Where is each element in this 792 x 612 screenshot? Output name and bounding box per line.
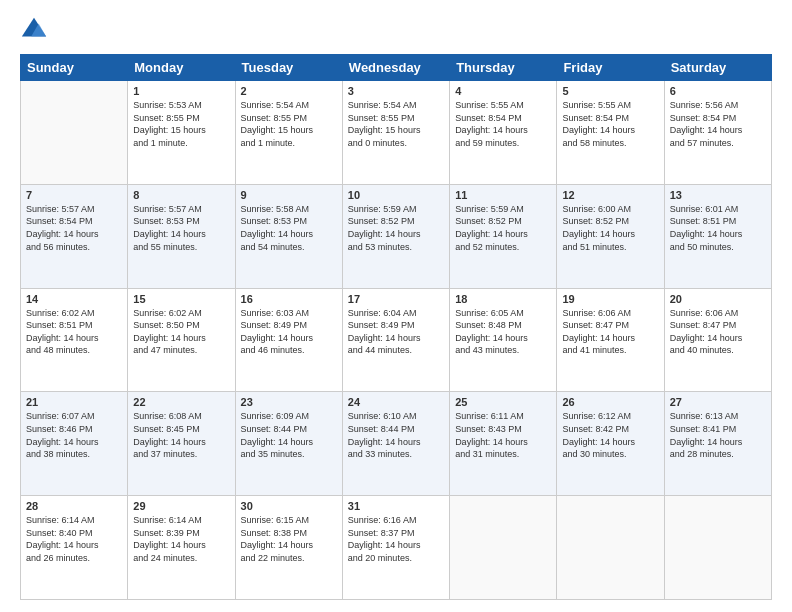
day-info: Sunrise: 6:06 AM Sunset: 8:47 PM Dayligh… (670, 307, 766, 357)
calendar-cell: 15Sunrise: 6:02 AM Sunset: 8:50 PM Dayli… (128, 288, 235, 392)
calendar-cell: 3Sunrise: 5:54 AM Sunset: 8:55 PM Daylig… (342, 81, 449, 185)
calendar-week-row: 14Sunrise: 6:02 AM Sunset: 8:51 PM Dayli… (21, 288, 772, 392)
calendar-cell: 11Sunrise: 5:59 AM Sunset: 8:52 PM Dayli… (450, 184, 557, 288)
calendar-cell: 13Sunrise: 6:01 AM Sunset: 8:51 PM Dayli… (664, 184, 771, 288)
weekday-header: Friday (557, 55, 664, 81)
calendar-cell: 2Sunrise: 5:54 AM Sunset: 8:55 PM Daylig… (235, 81, 342, 185)
calendar-cell: 7Sunrise: 5:57 AM Sunset: 8:54 PM Daylig… (21, 184, 128, 288)
day-number: 25 (455, 396, 551, 408)
logo (20, 16, 52, 44)
weekday-header: Saturday (664, 55, 771, 81)
day-number: 2 (241, 85, 337, 97)
day-info: Sunrise: 5:54 AM Sunset: 8:55 PM Dayligh… (241, 99, 337, 149)
calendar-cell: 27Sunrise: 6:13 AM Sunset: 8:41 PM Dayli… (664, 392, 771, 496)
day-number: 18 (455, 293, 551, 305)
day-info: Sunrise: 5:55 AM Sunset: 8:54 PM Dayligh… (562, 99, 658, 149)
day-info: Sunrise: 5:59 AM Sunset: 8:52 PM Dayligh… (455, 203, 551, 253)
calendar-cell: 24Sunrise: 6:10 AM Sunset: 8:44 PM Dayli… (342, 392, 449, 496)
day-info: Sunrise: 6:00 AM Sunset: 8:52 PM Dayligh… (562, 203, 658, 253)
day-number: 3 (348, 85, 444, 97)
day-info: Sunrise: 6:03 AM Sunset: 8:49 PM Dayligh… (241, 307, 337, 357)
day-info: Sunrise: 6:13 AM Sunset: 8:41 PM Dayligh… (670, 410, 766, 460)
day-number: 12 (562, 189, 658, 201)
day-number: 9 (241, 189, 337, 201)
day-info: Sunrise: 6:09 AM Sunset: 8:44 PM Dayligh… (241, 410, 337, 460)
day-info: Sunrise: 5:58 AM Sunset: 8:53 PM Dayligh… (241, 203, 337, 253)
day-info: Sunrise: 5:55 AM Sunset: 8:54 PM Dayligh… (455, 99, 551, 149)
calendar-cell: 4Sunrise: 5:55 AM Sunset: 8:54 PM Daylig… (450, 81, 557, 185)
day-number: 10 (348, 189, 444, 201)
day-info: Sunrise: 5:59 AM Sunset: 8:52 PM Dayligh… (348, 203, 444, 253)
day-info: Sunrise: 6:16 AM Sunset: 8:37 PM Dayligh… (348, 514, 444, 564)
weekday-header: Thursday (450, 55, 557, 81)
day-info: Sunrise: 6:02 AM Sunset: 8:50 PM Dayligh… (133, 307, 229, 357)
calendar-cell: 20Sunrise: 6:06 AM Sunset: 8:47 PM Dayli… (664, 288, 771, 392)
calendar-cell: 1Sunrise: 5:53 AM Sunset: 8:55 PM Daylig… (128, 81, 235, 185)
calendar-cell: 26Sunrise: 6:12 AM Sunset: 8:42 PM Dayli… (557, 392, 664, 496)
calendar-cell: 10Sunrise: 5:59 AM Sunset: 8:52 PM Dayli… (342, 184, 449, 288)
day-info: Sunrise: 6:10 AM Sunset: 8:44 PM Dayligh… (348, 410, 444, 460)
calendar-cell: 29Sunrise: 6:14 AM Sunset: 8:39 PM Dayli… (128, 496, 235, 600)
calendar-cell: 16Sunrise: 6:03 AM Sunset: 8:49 PM Dayli… (235, 288, 342, 392)
day-number: 8 (133, 189, 229, 201)
day-number: 29 (133, 500, 229, 512)
day-number: 15 (133, 293, 229, 305)
calendar-cell: 30Sunrise: 6:15 AM Sunset: 8:38 PM Dayli… (235, 496, 342, 600)
calendar-cell: 8Sunrise: 5:57 AM Sunset: 8:53 PM Daylig… (128, 184, 235, 288)
weekday-header: Wednesday (342, 55, 449, 81)
day-info: Sunrise: 6:01 AM Sunset: 8:51 PM Dayligh… (670, 203, 766, 253)
calendar-cell (664, 496, 771, 600)
day-info: Sunrise: 6:11 AM Sunset: 8:43 PM Dayligh… (455, 410, 551, 460)
calendar-cell: 14Sunrise: 6:02 AM Sunset: 8:51 PM Dayli… (21, 288, 128, 392)
day-number: 11 (455, 189, 551, 201)
calendar-table: SundayMondayTuesdayWednesdayThursdayFrid… (20, 54, 772, 600)
day-info: Sunrise: 5:56 AM Sunset: 8:54 PM Dayligh… (670, 99, 766, 149)
day-info: Sunrise: 6:06 AM Sunset: 8:47 PM Dayligh… (562, 307, 658, 357)
calendar-cell: 18Sunrise: 6:05 AM Sunset: 8:48 PM Dayli… (450, 288, 557, 392)
day-number: 23 (241, 396, 337, 408)
calendar-cell (557, 496, 664, 600)
day-number: 5 (562, 85, 658, 97)
calendar-cell: 6Sunrise: 5:56 AM Sunset: 8:54 PM Daylig… (664, 81, 771, 185)
header (20, 16, 772, 44)
day-number: 20 (670, 293, 766, 305)
day-info: Sunrise: 5:53 AM Sunset: 8:55 PM Dayligh… (133, 99, 229, 149)
calendar-cell (21, 81, 128, 185)
day-info: Sunrise: 5:54 AM Sunset: 8:55 PM Dayligh… (348, 99, 444, 149)
day-number: 19 (562, 293, 658, 305)
day-info: Sunrise: 6:15 AM Sunset: 8:38 PM Dayligh… (241, 514, 337, 564)
day-number: 24 (348, 396, 444, 408)
calendar-week-row: 28Sunrise: 6:14 AM Sunset: 8:40 PM Dayli… (21, 496, 772, 600)
calendar-cell: 19Sunrise: 6:06 AM Sunset: 8:47 PM Dayli… (557, 288, 664, 392)
calendar-week-row: 7Sunrise: 5:57 AM Sunset: 8:54 PM Daylig… (21, 184, 772, 288)
weekday-header: Tuesday (235, 55, 342, 81)
calendar-header-row: SundayMondayTuesdayWednesdayThursdayFrid… (21, 55, 772, 81)
calendar-cell: 12Sunrise: 6:00 AM Sunset: 8:52 PM Dayli… (557, 184, 664, 288)
day-number: 27 (670, 396, 766, 408)
day-info: Sunrise: 5:57 AM Sunset: 8:54 PM Dayligh… (26, 203, 122, 253)
day-info: Sunrise: 6:14 AM Sunset: 8:39 PM Dayligh… (133, 514, 229, 564)
day-number: 13 (670, 189, 766, 201)
day-info: Sunrise: 6:02 AM Sunset: 8:51 PM Dayligh… (26, 307, 122, 357)
logo-icon (20, 16, 48, 44)
calendar-cell: 5Sunrise: 5:55 AM Sunset: 8:54 PM Daylig… (557, 81, 664, 185)
calendar-cell: 22Sunrise: 6:08 AM Sunset: 8:45 PM Dayli… (128, 392, 235, 496)
calendar-week-row: 1Sunrise: 5:53 AM Sunset: 8:55 PM Daylig… (21, 81, 772, 185)
day-info: Sunrise: 6:07 AM Sunset: 8:46 PM Dayligh… (26, 410, 122, 460)
day-number: 4 (455, 85, 551, 97)
day-number: 31 (348, 500, 444, 512)
weekday-header: Sunday (21, 55, 128, 81)
day-number: 21 (26, 396, 122, 408)
day-info: Sunrise: 6:04 AM Sunset: 8:49 PM Dayligh… (348, 307, 444, 357)
day-info: Sunrise: 6:14 AM Sunset: 8:40 PM Dayligh… (26, 514, 122, 564)
page: SundayMondayTuesdayWednesdayThursdayFrid… (0, 0, 792, 612)
day-number: 7 (26, 189, 122, 201)
calendar-cell: 21Sunrise: 6:07 AM Sunset: 8:46 PM Dayli… (21, 392, 128, 496)
weekday-header: Monday (128, 55, 235, 81)
day-info: Sunrise: 6:12 AM Sunset: 8:42 PM Dayligh… (562, 410, 658, 460)
day-number: 17 (348, 293, 444, 305)
day-number: 28 (26, 500, 122, 512)
calendar-cell: 17Sunrise: 6:04 AM Sunset: 8:49 PM Dayli… (342, 288, 449, 392)
day-number: 26 (562, 396, 658, 408)
calendar-cell: 28Sunrise: 6:14 AM Sunset: 8:40 PM Dayli… (21, 496, 128, 600)
